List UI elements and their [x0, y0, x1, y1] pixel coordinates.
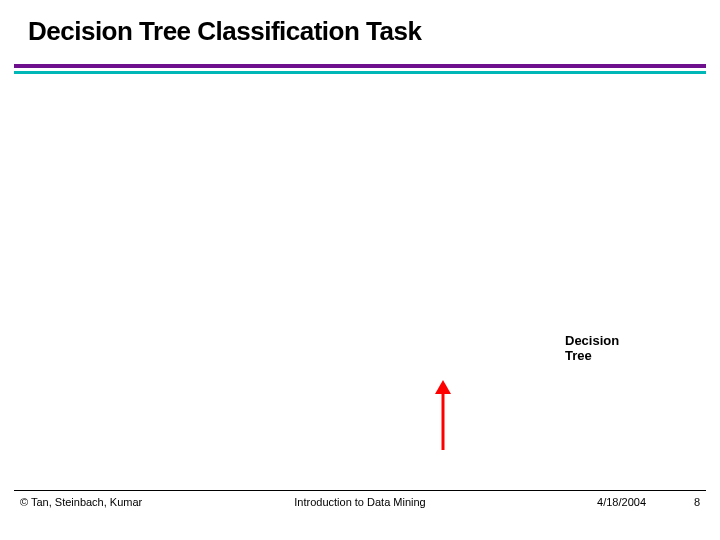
divider-top-purple [14, 64, 706, 68]
footer-divider [14, 490, 706, 491]
annotation-line2: Tree [565, 348, 592, 363]
footer-page-number: 8 [694, 496, 700, 508]
decision-tree-label: Decision Tree [565, 334, 619, 364]
svg-marker-1 [435, 380, 451, 394]
annotation-line1: Decision [565, 333, 619, 348]
up-arrow-icon [431, 380, 455, 450]
slide-title: Decision Tree Classification Task [28, 16, 421, 47]
footer-date: 4/18/2004 [597, 496, 646, 508]
divider-top-teal [14, 71, 706, 74]
footer-authors: © Tan, Steinbach, Kumar [20, 496, 142, 508]
footer-title: Introduction to Data Mining [294, 496, 425, 508]
